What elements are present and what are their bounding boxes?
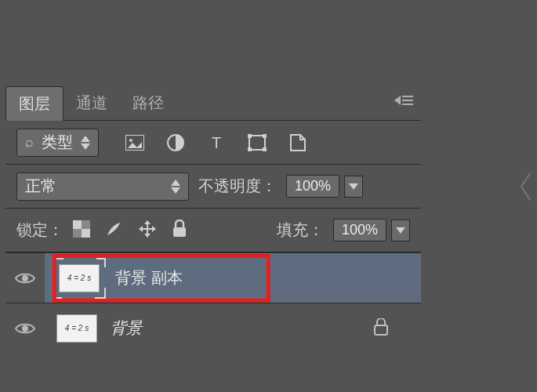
fill-label: 填充：: [277, 220, 324, 241]
svg-point-17: [22, 275, 28, 281]
svg-rect-12: [73, 220, 82, 229]
chevron-down-icon[interactable]: [344, 176, 363, 198]
blend-mode-value: 正常: [25, 176, 56, 197]
svg-rect-8: [248, 134, 252, 138]
tab-paths[interactable]: 路径: [120, 86, 176, 120]
svg-rect-0: [402, 96, 413, 97]
lock-all-icon[interactable]: [172, 220, 187, 241]
svg-rect-1: [402, 100, 413, 101]
blend-mode-dropdown[interactable]: 正常: [16, 172, 189, 201]
opacity-label: 不透明度：: [198, 176, 277, 197]
opacity-control[interactable]: 100%: [286, 175, 363, 198]
stepper-icon: [81, 136, 90, 150]
shape-filter-icon[interactable]: [246, 132, 268, 154]
svg-rect-2: [402, 103, 413, 105]
filter-kind-dropdown[interactable]: ⌕ 类型: [16, 129, 99, 157]
lock-buttons: [73, 219, 187, 242]
layer-thumbnail[interactable]: 4 = 2 s: [54, 312, 100, 345]
svg-rect-19: [375, 325, 387, 335]
svg-rect-9: [263, 134, 267, 138]
layer-row[interactable]: 4 = 2 s 背景: [5, 303, 421, 353]
lock-pixels-icon[interactable]: [104, 220, 123, 241]
svg-rect-14: [82, 220, 90, 229]
svg-rect-11: [263, 147, 267, 151]
lock-icon: [374, 318, 388, 339]
smartobject-filter-icon[interactable]: [287, 132, 309, 154]
svg-rect-13: [82, 229, 90, 238]
svg-point-18: [22, 325, 28, 332]
filter-kind-label: 类型: [42, 132, 73, 153]
svg-text:T: T: [212, 134, 221, 151]
collapse-arrow-icon[interactable]: [520, 172, 531, 201]
layer-list: 4 = 2 s 背景 副本 4 = 2 s 背景: [5, 252, 421, 353]
layer-row[interactable]: 4 = 2 s 背景 副本: [5, 252, 421, 303]
panel-tabs: 图层 通道 路径: [5, 86, 421, 121]
visibility-toggle[interactable]: [5, 271, 45, 285]
panel-menu-icon[interactable]: [394, 96, 413, 105]
tab-layers[interactable]: 图层: [5, 86, 63, 121]
adjustment-filter-icon[interactable]: [165, 132, 187, 154]
opacity-value: 100%: [286, 175, 339, 198]
tab-channels[interactable]: 通道: [63, 86, 120, 120]
lock-position-icon[interactable]: [137, 219, 158, 242]
svg-rect-15: [73, 229, 82, 238]
svg-rect-10: [248, 147, 252, 151]
lock-transparency-icon[interactable]: [73, 220, 90, 241]
svg-rect-16: [173, 227, 186, 237]
fill-control[interactable]: 100%: [333, 219, 410, 241]
layer-name[interactable]: 背景 副本: [115, 267, 183, 289]
layer-body: 4 = 2 s 背景 副本: [45, 253, 421, 303]
svg-point-4: [129, 139, 132, 142]
fill-value: 100%: [333, 219, 386, 241]
layers-panel: 图层 通道 路径 ⌕ 类型 T 正常 不透明度：: [5, 86, 421, 353]
chevron-down-icon[interactable]: [391, 220, 410, 241]
type-filter-icon[interactable]: T: [205, 132, 227, 154]
search-icon: ⌕: [25, 134, 34, 151]
lock-label: 锁定：: [16, 220, 63, 241]
filter-row: ⌕ 类型 T: [5, 121, 421, 165]
visibility-toggle[interactable]: [5, 321, 45, 336]
stepper-icon: [171, 180, 180, 194]
lock-row: 锁定： 填充： 100%: [5, 209, 421, 252]
blend-row: 正常 不透明度： 100%: [5, 165, 421, 209]
layer-name[interactable]: 背景: [111, 318, 142, 339]
layer-body: 4 = 2 s 背景: [45, 303, 421, 353]
filter-icon-row: T: [124, 132, 309, 154]
pixel-filter-icon[interactable]: [124, 132, 146, 154]
layer-thumbnail[interactable]: 4 = 2 s: [54, 260, 104, 297]
